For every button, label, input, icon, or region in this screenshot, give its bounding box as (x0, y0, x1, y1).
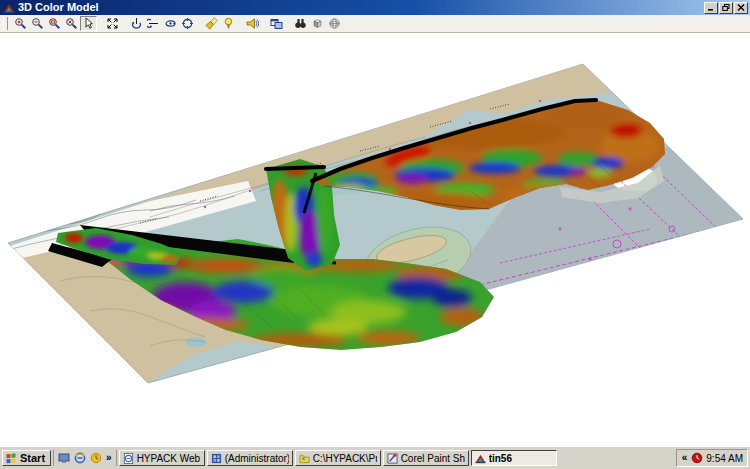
web-document-icon (123, 453, 134, 464)
select-arrow-icon (82, 17, 95, 30)
zoom-out-button[interactable] (29, 16, 46, 31)
zoom-window-icon (48, 17, 61, 30)
zoom-out-icon (31, 17, 44, 30)
task-label: Corel Paint Shop Pro Phot... (401, 453, 465, 464)
viewport-canvas[interactable] (0, 33, 750, 446)
task-label: HYPACK Web Document... (137, 453, 201, 464)
task-label: tin56 (489, 453, 512, 464)
system-tray: « 9:54 AM (676, 449, 748, 467)
zoom-window-button[interactable] (46, 16, 63, 31)
taskbar: Start » (0, 446, 750, 469)
minimize-icon (707, 4, 715, 11)
announce-horn-icon (246, 17, 259, 30)
solid-model-icon (311, 17, 324, 30)
task-button-hypack-projects-folder[interactable]: C:\HYPACK\Projects\Del... (295, 450, 381, 466)
toolbar (0, 15, 750, 33)
window-title: 3D Color Model (18, 0, 703, 15)
zoom-in-button[interactable] (12, 16, 29, 31)
windows-flag-icon (5, 452, 17, 464)
flashlight-button[interactable] (203, 16, 220, 31)
quick-launch: » (53, 450, 117, 466)
start-label: Start (20, 452, 45, 464)
app-icon (3, 2, 15, 14)
task-button-tin56[interactable]: tin56 (471, 450, 557, 466)
zoom-extents-button[interactable] (63, 16, 80, 31)
paint-shop-pro-icon (387, 453, 398, 464)
internet-explorer-button[interactable] (73, 451, 87, 465)
outlook-icon (90, 452, 102, 464)
rotate-x-icon (130, 17, 143, 30)
title-bar[interactable]: 3D Color Model (0, 0, 750, 15)
restore-button[interactable] (719, 2, 733, 14)
binoculars-button[interactable] (292, 16, 309, 31)
tray-chevron[interactable]: « (681, 451, 689, 465)
quick-launch-overflow-chevron[interactable]: » (105, 451, 113, 465)
start-button[interactable]: Start (2, 450, 51, 466)
rotate-x-button[interactable] (128, 16, 145, 31)
announce-button[interactable] (244, 16, 261, 31)
tray-clock-icon[interactable] (691, 452, 703, 464)
show-desktop-button[interactable] (57, 451, 71, 465)
binoculars-icon (294, 17, 307, 30)
tin56-app-icon (475, 453, 486, 464)
3d-color-model-scene[interactable] (0, 33, 750, 446)
rotate-z-button[interactable] (162, 16, 179, 31)
center-view-icon (181, 17, 194, 30)
close-icon (737, 4, 745, 11)
restore-icon (722, 4, 730, 11)
light-bulb-icon (222, 17, 235, 30)
wireframe-globe-icon (328, 17, 341, 30)
rotate-z-icon (164, 17, 177, 30)
fit-view-icon (106, 17, 119, 30)
light-button[interactable] (220, 16, 237, 31)
wireframe-globe-button[interactable] (326, 16, 343, 31)
application-window: 3D Color Model (0, 0, 750, 469)
cascade-windows-button[interactable] (268, 16, 285, 31)
center-view-button[interactable] (179, 16, 196, 31)
hypack-app-icon (211, 453, 222, 464)
solid-model-button[interactable] (309, 16, 326, 31)
task-button-hypack-web-document[interactable]: HYPACK Web Document... (119, 450, 205, 466)
zoom-in-icon (14, 17, 27, 30)
select-button[interactable] (80, 16, 97, 31)
toolbar-drag-handle[interactable] (3, 17, 8, 30)
task-label: C:\HYPACK\Projects\Del... (313, 453, 377, 464)
close-button[interactable] (734, 2, 748, 14)
flashlight-icon (205, 17, 218, 30)
show-desktop-icon (58, 452, 70, 464)
internet-explorer-icon (74, 452, 86, 464)
zoom-extents-icon (65, 17, 78, 30)
task-label: (Administrator) Hypack -... (225, 453, 289, 464)
cascade-windows-icon (270, 17, 283, 30)
folder-icon (299, 453, 310, 464)
outlook-button[interactable] (89, 451, 103, 465)
task-button-corel-paint-shop-pro[interactable]: Corel Paint Shop Pro Phot... (383, 450, 469, 466)
tray-time[interactable]: 9:54 AM (706, 453, 743, 464)
minimize-button[interactable] (704, 2, 718, 14)
rotate-y-icon (147, 17, 160, 30)
rotate-y-button[interactable] (145, 16, 162, 31)
fit-view-button[interactable] (104, 16, 121, 31)
task-button-administrator-hypack[interactable]: (Administrator) Hypack -... (207, 450, 293, 466)
